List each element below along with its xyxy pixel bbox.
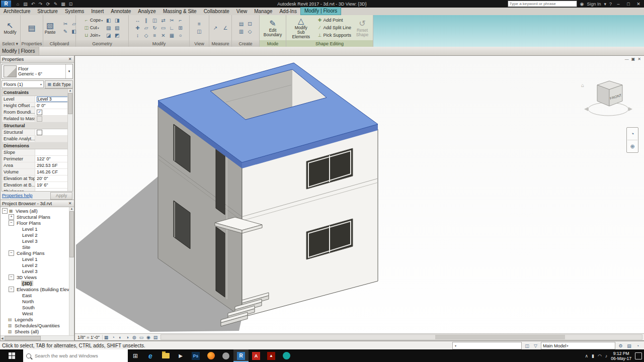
selection-filter-icon[interactable]: ◔ xyxy=(634,343,641,348)
match-type-icon[interactable]: ✎ xyxy=(61,28,70,35)
tab-add-ins[interactable]: Add-Ins xyxy=(276,8,300,15)
navigation-wheel-button[interactable]: ◔ xyxy=(627,128,637,140)
tree-item-level-2[interactable]: Level 2 xyxy=(1,232,74,238)
viewcube-home-icon[interactable]: ⌂ xyxy=(581,82,584,88)
measure-icon[interactable]: ↗ xyxy=(211,24,220,32)
tree-item-views-all[interactable]: −▦Views (all) xyxy=(1,208,74,214)
tree-item-south[interactable]: South xyxy=(1,304,74,310)
tree-item-elevations[interactable]: −Elevations (Building Elevation) xyxy=(1,286,74,292)
demolish-icon[interactable]: ◪ xyxy=(104,32,113,39)
tab-manage[interactable]: Manage xyxy=(251,8,276,15)
tab-architecture[interactable]: Architecture xyxy=(0,8,34,15)
join-geometry-button[interactable]: ⊔ Join ▾ xyxy=(83,32,103,39)
tab-systems[interactable]: Systems xyxy=(61,8,88,15)
modify-tool-button[interactable]: ↖ Modify xyxy=(1,16,20,40)
exclude-options-icon[interactable]: ⚙ xyxy=(617,343,624,348)
tree-item-ceiling-level-1[interactable]: Level 1 xyxy=(1,256,74,262)
shadows-icon[interactable]: ◑ xyxy=(124,335,131,340)
expand-icon[interactable]: − xyxy=(9,287,14,292)
properties-close-icon[interactable]: ✕ xyxy=(67,57,72,61)
taskbar-app-media[interactable]: ▶ xyxy=(173,349,188,362)
copy-icon[interactable]: ▱ xyxy=(142,24,150,32)
type-selector[interactable]: Floor Generic - 6" ▾ xyxy=(2,64,73,79)
expand-icon[interactable]: − xyxy=(9,250,14,256)
paint-bucket-icon[interactable]: ◧ xyxy=(104,17,113,24)
scrollbar-thumb[interactable] xyxy=(435,335,565,339)
split-with-gap-icon[interactable]: ⌐ xyxy=(176,17,185,24)
taskbar-app-firefox[interactable] xyxy=(203,349,218,362)
view-close-icon[interactable]: ✕ xyxy=(637,57,641,61)
mirror-draw-axis-icon[interactable]: ⇄ xyxy=(159,17,168,24)
zoom-button[interactable]: ⊕ xyxy=(627,140,637,152)
start-button[interactable] xyxy=(0,349,23,362)
help-button[interactable]: ? xyxy=(609,2,612,7)
panel-label-create[interactable]: Create xyxy=(232,40,259,47)
scroll-left-icon[interactable]: ◀ xyxy=(1,336,4,340)
scrollbar-thumb[interactable] xyxy=(68,93,72,114)
project-browser-close-icon[interactable]: ✕ xyxy=(67,201,72,206)
modify-sub-elements-button[interactable]: △ Modify Sub Elements xyxy=(287,16,314,40)
crop-view-icon[interactable]: ▭ xyxy=(138,335,145,340)
property-row-height-offset[interactable]: Height Offset ... 0' 0" xyxy=(2,103,72,109)
element-filter-dropdown-icon[interactable]: ▾ xyxy=(40,82,42,86)
tree-item-site[interactable]: Site xyxy=(1,244,74,250)
press-drag-icon[interactable]: ▤ xyxy=(626,343,632,348)
scrollbar-thumb[interactable] xyxy=(69,211,74,257)
section-icon[interactable]: ⊡ xyxy=(68,2,73,7)
section-header-structural[interactable]: Structural xyxy=(2,122,72,129)
thin-lines-icon[interactable]: ≡ xyxy=(195,20,204,28)
tree-item-floor-plans[interactable]: −Floor Plans xyxy=(1,220,74,226)
property-value[interactable] xyxy=(35,149,72,155)
render-icon[interactable]: ◍ xyxy=(131,335,138,340)
tree-item-ceiling-plans[interactable]: −Ceiling Plans xyxy=(1,250,74,256)
drawing-area-3d-view[interactable]: ⌂ FRONT — ▣ ✕ ◔ ⊕ 1/8" xyxy=(74,55,644,341)
tab-collaborate[interactable]: Collaborate xyxy=(200,8,233,15)
rotate-icon[interactable]: ↻ xyxy=(150,24,159,32)
create-group-icon[interactable]: ▤ xyxy=(237,20,246,28)
minimize-button[interactable]: – xyxy=(615,2,622,7)
tab-view[interactable]: View xyxy=(233,8,251,15)
tree-item-level-1[interactable]: Level 1 xyxy=(1,226,74,232)
taskbar-app-file-explorer[interactable] xyxy=(158,349,173,362)
sign-in-link[interactable]: Sign In xyxy=(587,2,601,7)
tree-item-schedules[interactable]: ▥Schedules/Quantities xyxy=(1,322,74,328)
3d-model-canvas[interactable]: ⌂ FRONT xyxy=(75,56,644,335)
paste-button[interactable]: ▧ Paste xyxy=(41,16,60,40)
panel-label-select[interactable]: Select ▾ xyxy=(0,40,20,47)
pick-supports-button[interactable]: ⊥ Pick Supports xyxy=(316,32,351,39)
section-header-dimensions[interactable]: Dimensions xyxy=(2,142,72,149)
editable-only-icon[interactable]: ▽ xyxy=(532,343,539,348)
panel-label-properties[interactable]: Properties xyxy=(21,40,43,47)
beam-joins-icon[interactable]: ◩ xyxy=(113,32,121,39)
angle-dimension-icon[interactable]: ∠ xyxy=(221,24,230,32)
type-selector-dropdown-icon[interactable]: ▾ xyxy=(65,64,72,78)
tree-item-legends[interactable]: ▤Legends xyxy=(1,316,74,322)
properties-toggle-button[interactable]: ▤ xyxy=(22,16,41,40)
view-minimize-icon[interactable]: — xyxy=(625,57,629,61)
add-point-button[interactable]: ✚ Add Point xyxy=(316,17,351,24)
visual-style-icon[interactable]: ◔ xyxy=(110,335,117,340)
match-properties-icon[interactable]: ▦ xyxy=(168,32,176,39)
room-bounding-checkbox[interactable] xyxy=(37,110,42,115)
temporary-view-icon[interactable]: ▤ xyxy=(152,335,159,340)
browser-vertical-scrollbar[interactable]: ▲ xyxy=(69,207,74,335)
open-icon[interactable]: ⌂ xyxy=(15,2,21,7)
reveal-hidden-icon[interactable]: ◉ xyxy=(145,335,152,340)
view-restore-icon[interactable]: ▣ xyxy=(631,57,635,61)
edit-type-button[interactable]: ▦ Edit Type xyxy=(45,80,73,88)
worksets-icon[interactable]: ◫ xyxy=(524,343,530,348)
volume-icon[interactable]: ♪ xyxy=(605,353,608,358)
scroll-up-icon[interactable]: ▲ xyxy=(70,207,73,210)
expand-icon[interactable]: − xyxy=(9,275,14,280)
cope-dropdown-icon[interactable]: ▾ xyxy=(101,19,103,22)
section-header-constraints[interactable]: Constraints xyxy=(2,89,72,96)
panel-label-view[interactable]: View xyxy=(190,40,209,47)
chevron-down-icon[interactable]: ▾ xyxy=(604,2,606,7)
cut-dropdown-icon[interactable]: ▾ xyxy=(98,26,99,30)
task-view-button[interactable]: ⊞ xyxy=(128,349,143,362)
expand-icon[interactable]: − xyxy=(2,208,8,214)
revit-app-menu-button[interactable]: R xyxy=(1,1,11,7)
properties-scrollbar[interactable]: ▲ xyxy=(67,89,72,191)
tab-massing-site[interactable]: Massing & Site xyxy=(159,8,200,15)
property-value[interactable]: 0' 0" xyxy=(35,103,72,109)
